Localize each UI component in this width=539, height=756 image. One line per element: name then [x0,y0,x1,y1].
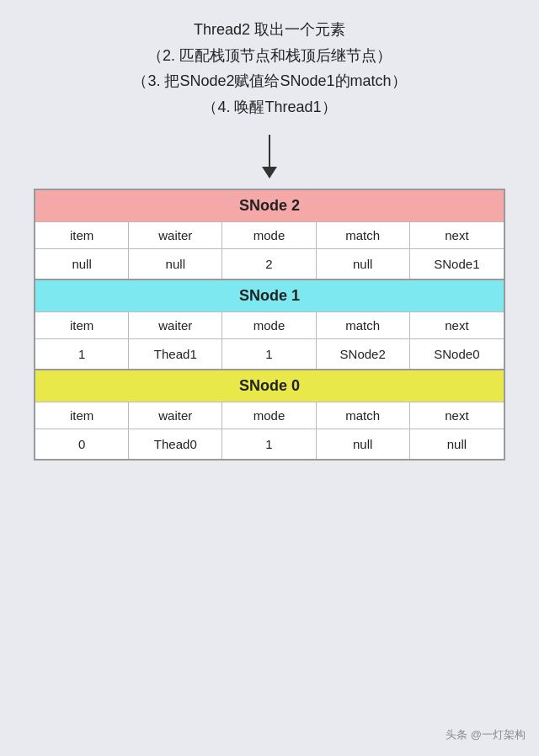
snode0-field-match: match [317,402,410,429]
snode0-field-mode: mode [222,402,316,429]
snode0-field-next: next [410,402,504,429]
snode2-field-match: match [317,222,410,248]
snode0-block: SNode 0 item waiter mode match next 0 Th… [35,370,504,459]
snode1-values-row: 1 Thead1 1 SNode2 SNode0 [35,338,504,369]
title-line3: （3. 把SNode2赋值给SNode1的match） [132,68,406,94]
snode0-val-next: null [410,429,504,459]
snode1-val-next: SNode0 [410,339,504,369]
watermark: 头条 @一灯架构 [446,727,526,743]
snode0-values-row: 0 Thead0 1 null null [35,429,504,459]
snode1-val-mode: 1 [222,339,316,369]
snode1-field-mode: mode [222,312,316,338]
snode0-header: SNode 0 [35,370,504,402]
snode2-val-waiter: null [129,249,222,279]
snode2-values-row: null null 2 null SNode1 [35,248,504,279]
snode2-val-item: null [35,249,129,279]
snode2-block: SNode 2 item waiter mode match next null… [35,190,504,280]
snode0-val-mode: 1 [222,429,316,459]
snode1-val-item: 1 [35,339,129,369]
arrow-down [262,135,277,178]
snode1-header: SNode 1 [35,280,504,311]
snode2-field-waiter: waiter [129,222,222,248]
snode2-val-next: SNode1 [410,249,504,279]
snode2-field-mode: mode [222,222,316,248]
arrow-line [269,135,270,167]
arrow-head [262,167,277,178]
snode1-field-next: next [410,312,504,338]
snode1-block: SNode 1 item waiter mode match next 1 Th… [35,280,504,370]
snode2-val-mode: 2 [222,249,316,279]
snode2-fields-row: item waiter mode match next [35,221,504,248]
title-line4: （4. 唤醒Thread1） [132,94,406,120]
snode2-field-item: item [35,222,129,248]
snode2-val-match: null [317,249,410,279]
title-line1: Thread2 取出一个元素 [132,17,406,43]
snode0-val-match: null [317,429,410,459]
snode0-fields-row: item waiter mode match next [35,402,504,429]
snode1-val-waiter: Thead1 [129,339,222,369]
snode0-field-item: item [35,402,129,429]
snode2-header: SNode 2 [35,190,504,221]
snode1-fields-row: item waiter mode match next [35,311,504,338]
title-block: Thread2 取出一个元素 （2. 匹配栈顶节点和栈顶后继节点） （3. 把S… [132,17,406,120]
snode1-field-match: match [317,312,410,338]
snode1-field-waiter: waiter [129,312,222,338]
snode0-val-waiter: Thead0 [129,429,222,459]
stack-container: SNode 2 item waiter mode match next null… [34,189,505,461]
snode1-val-match: SNode2 [317,339,410,369]
title-line2: （2. 匹配栈顶节点和栈顶后继节点） [132,43,406,69]
snode0-val-item: 0 [35,429,129,459]
snode0-field-waiter: waiter [129,402,222,429]
snode1-field-item: item [35,312,129,338]
snode2-field-next: next [410,222,504,248]
